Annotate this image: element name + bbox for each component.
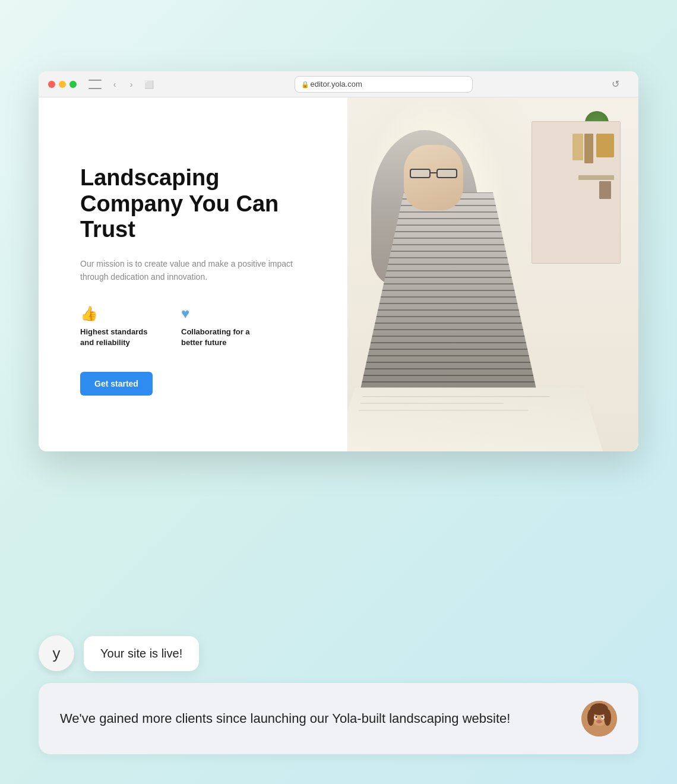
url-text: editor.yola.com	[311, 80, 362, 88]
svg-point-7	[596, 720, 602, 723]
features-row: 👍 Highest standards and reliability ♥ Co…	[80, 305, 318, 348]
browser-window: ‹ › ⬜ 🔒 editor.yola.com ↺ Landscaping Co…	[39, 71, 638, 451]
hero-image-panel	[347, 97, 638, 451]
heart-icon: ♥	[181, 305, 258, 322]
testimonial-text: We've gained more clients since launchin…	[60, 710, 570, 728]
chat-notification: y Your site is live!	[39, 636, 638, 671]
shelf-book	[584, 134, 593, 163]
glasses	[407, 169, 460, 181]
back-button[interactable]: ‹	[109, 78, 121, 90]
feature-item-1: 👍 Highest standards and reliability	[80, 305, 157, 348]
browser-navigation: ‹ ›	[109, 78, 137, 90]
yola-avatar: y	[39, 636, 74, 671]
user-avatar	[581, 701, 617, 736]
feature-item-2: ♥ Collaborating for a better future	[181, 305, 258, 348]
sidebar-toggle-icon[interactable]	[88, 80, 102, 89]
shelf-unit	[532, 121, 621, 264]
forward-button[interactable]: ›	[125, 78, 137, 90]
traffic-lights	[48, 81, 77, 88]
close-button[interactable]	[48, 81, 55, 88]
maximize-button[interactable]	[69, 81, 77, 88]
shelf-bar	[578, 175, 614, 180]
chat-section: y Your site is live! We've gained more c…	[39, 636, 638, 754]
svg-point-4	[604, 709, 611, 726]
svg-point-9	[602, 716, 603, 718]
notification-bubble: Your site is live!	[84, 636, 199, 671]
get-started-button[interactable]: Get started	[80, 372, 153, 396]
thumbs-up-icon: 👍	[80, 305, 157, 322]
feature-label-2: Collaborating for a better future	[181, 327, 258, 348]
hero-title: Landscaping Company You Can Trust	[80, 165, 318, 243]
address-bar[interactable]: 🔒 editor.yola.com	[295, 76, 473, 93]
blueprint-table	[347, 388, 603, 451]
shelf-book-2	[572, 134, 583, 160]
hero-left-panel: Landscaping Company You Can Trust Our mi…	[39, 97, 347, 451]
hero-description: Our mission is to create value and make …	[80, 257, 318, 284]
feature-label-1: Highest standards and reliability	[80, 327, 157, 348]
testimonial-bubble: We've gained more clients since launchin…	[39, 683, 638, 754]
address-bar-container: 🔒 editor.yola.com	[162, 76, 605, 93]
person-face	[404, 145, 463, 210]
browser-content: Landscaping Company You Can Trust Our mi…	[39, 97, 638, 451]
reload-area: ↺	[612, 78, 619, 90]
user-avatar-image	[581, 701, 617, 736]
browser-chrome: ‹ › ⬜ 🔒 editor.yola.com ↺	[39, 71, 638, 97]
notification-text: Your site is live!	[100, 647, 182, 660]
shelf-decoration	[526, 121, 621, 270]
lock-icon: 🔒	[301, 81, 307, 88]
monitor-icon: ⬜	[144, 80, 155, 88]
svg-point-8	[596, 716, 597, 718]
shelf-item	[599, 181, 611, 199]
shelf-box	[596, 134, 614, 157]
reload-button[interactable]: ↺	[612, 78, 619, 90]
minimize-button[interactable]	[59, 81, 66, 88]
svg-point-3	[587, 709, 594, 726]
